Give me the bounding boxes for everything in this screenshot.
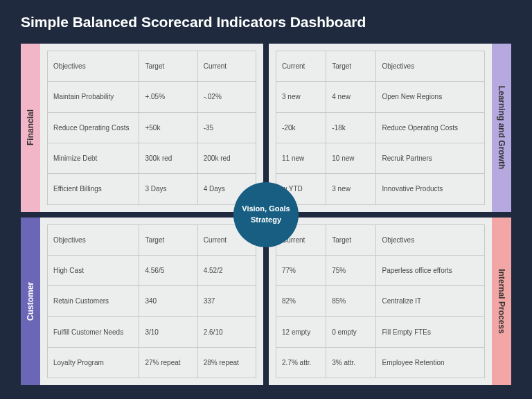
tab-financial: Financial — [21, 44, 40, 212]
table-header: Objectives Target Current — [48, 224, 256, 255]
table-row: Loyalty Program27% repeat28% repeat — [48, 347, 256, 378]
tab-label: Internal Process — [497, 269, 506, 333]
table-header: Current Target Objectives — [276, 51, 485, 82]
table-row: Efficient Billings3 Days4 Days — [48, 174, 256, 204]
table-row: Maintain Probability+.05%-.02% — [48, 82, 256, 112]
table-row: Minimize Debt300k red200k red — [48, 143, 256, 173]
card-internal: Internal Process Current Target Objectiv… — [269, 218, 511, 386]
tab-learning: Learning and Growth — [492, 44, 511, 212]
tab-label: Learning and Growth — [497, 86, 506, 170]
table-header: Current Target Objectives — [276, 224, 485, 255]
table-row: Reduce Operating Costs+50k-35 — [48, 112, 256, 143]
tab-customer: Customer — [21, 218, 40, 386]
table-header: Objectives Target Current — [48, 51, 256, 82]
internal-table: Current Target Objectives 77%75%Paperles… — [276, 224, 485, 379]
financial-table: Objectives Target Current Maintain Proba… — [47, 51, 256, 205]
table-row: 82%85%Centralize IT — [276, 286, 485, 317]
card-financial: Financial Objectives Target Current Main… — [21, 44, 263, 212]
table-row: w YTD3 newInnovative Products — [276, 174, 485, 204]
center-vision-circle: Vision, Goals Strategy — [233, 182, 299, 247]
tab-label: Customer — [26, 282, 35, 321]
table-row: 11 new10 newRecruit Partners — [276, 143, 485, 173]
table-row: High Cast4.56/54.52/2 — [48, 255, 256, 285]
table-row: 77%75%Paperless office efforts — [276, 255, 485, 285]
table-row: Retain Customers340337 — [48, 286, 256, 317]
customer-table: Objectives Target Current High Cast4.56/… — [47, 224, 256, 379]
table-row: Fulfill Customer Needs3/102.6/10 — [48, 317, 256, 347]
table-row: 12 empty0 emptyFill Empty FTEs — [276, 317, 485, 347]
card-learning: Learning and Growth Current Target Objec… — [269, 44, 511, 212]
card-customer: Customer Objectives Target Current High … — [21, 218, 263, 386]
table-row: 3 new4 newOpen New Regions — [276, 82, 485, 112]
scorecard-grid: Financial Objectives Target Current Main… — [21, 44, 511, 385]
learning-table: Current Target Objectives 3 new4 newOpen… — [276, 51, 485, 205]
tab-label: Financial — [26, 109, 35, 145]
table-row: -20k-18kReduce Operating Costs — [276, 112, 485, 143]
table-row: 2.7% attr.3% attr.Employee Retention — [276, 347, 485, 378]
tab-internal: Internal Process — [492, 218, 511, 386]
page-title: Simple Balanced Scorecard Indicators Das… — [0, 0, 532, 30]
